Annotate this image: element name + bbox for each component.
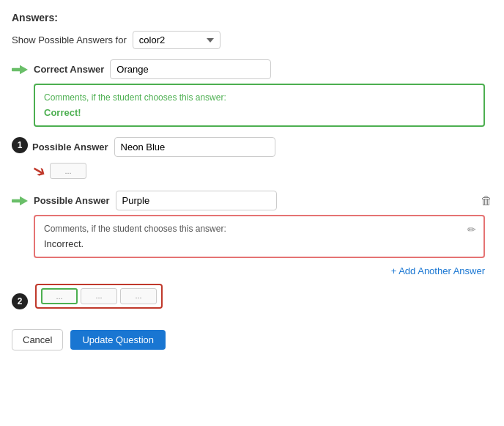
possible-answer-1-btn[interactable]: ... xyxy=(50,163,86,179)
possible-answer-2-label: Possible Answer xyxy=(34,195,110,206)
update-question-button[interactable]: Update Question xyxy=(70,330,166,350)
possible-answer-2-row: Possible Answer 🗑 xyxy=(12,191,492,210)
add-answer-row: + Add Another Answer xyxy=(12,265,485,276)
possible-answer-2-section: Possible Answer 🗑 Comments, if the stude… xyxy=(12,191,492,258)
tab-2[interactable]: ... xyxy=(81,288,117,304)
trash-icon[interactable]: 🗑 xyxy=(481,194,492,208)
answers-label: Answers: xyxy=(12,12,492,23)
possible-answer-2-input[interactable] xyxy=(116,191,277,210)
tab-bar-section: 2 ... ... ... xyxy=(12,284,492,319)
red-arrow-icon: ➔ xyxy=(29,159,50,183)
correct-answer-input[interactable] xyxy=(110,59,271,79)
possible-answer-1-input[interactable] xyxy=(114,137,275,157)
correct-comment-box: Comments, if the student chooses this an… xyxy=(34,84,485,127)
add-another-answer-link[interactable]: + Add Another Answer xyxy=(391,265,485,276)
possible-answer-1-row: 1 Possible Answer ➔ ... xyxy=(12,137,492,180)
svg-marker-1 xyxy=(20,65,28,74)
color-dropdown[interactable]: color1 color2 color3 xyxy=(133,31,220,49)
svg-marker-3 xyxy=(20,196,28,205)
possible-answer-1-inner: Possible Answer xyxy=(32,137,275,157)
possible-answer-2-comment-box: Comments, if the student chooses this an… xyxy=(34,215,485,258)
bottom-buttons: Cancel Update Question xyxy=(12,329,492,350)
show-possible-row: Show Possible Answers for color1 color2 … xyxy=(12,31,492,49)
edit-pencil-icon[interactable]: ✏ xyxy=(467,224,476,235)
possible-answer-1-label: Possible Answer xyxy=(32,142,108,153)
possible-answer-2-comment-label: Comments, if the student chooses this an… xyxy=(44,224,475,234)
show-possible-label: Show Possible Answers for xyxy=(12,34,127,45)
badge-2: 2 xyxy=(12,293,28,309)
cancel-button[interactable]: Cancel xyxy=(12,329,63,350)
possible-answer-1-controls: ➔ ... xyxy=(32,161,275,180)
tab-bar: ... ... ... xyxy=(35,284,163,309)
badge-1: 1 xyxy=(12,137,28,153)
correct-answer-label: Correct Answer xyxy=(34,64,104,75)
possible-answer-2-comment-value: Incorrect. xyxy=(44,238,475,249)
possible-answer-1-block: Possible Answer ➔ ... xyxy=(32,137,275,180)
correct-comment-value: Correct! xyxy=(44,107,475,118)
correct-arrow-icon xyxy=(12,63,28,76)
correct-answer-row: Correct Answer xyxy=(12,59,492,79)
tab-3[interactable]: ... xyxy=(120,288,157,304)
correct-comment-label: Comments, if the student chooses this an… xyxy=(44,92,475,103)
tab-1[interactable]: ... xyxy=(41,288,78,304)
svg-rect-0 xyxy=(12,67,21,71)
svg-rect-2 xyxy=(12,199,21,202)
possible-answer-2-arrow-icon xyxy=(12,194,28,208)
